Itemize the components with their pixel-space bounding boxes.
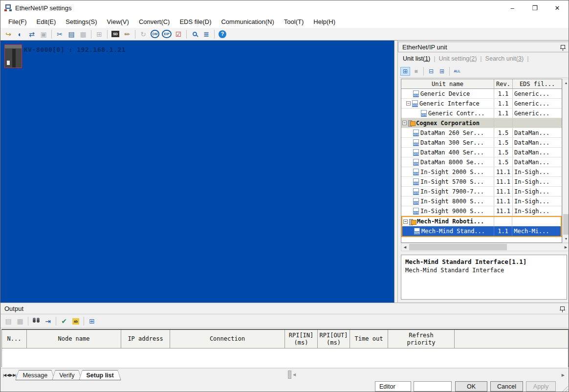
unit-row[interactable]: EDSMech-Mind Stand...1.1Mech-Mi... [401,226,562,237]
editor-button[interactable]: Editor [375,381,411,392]
tab-unit-list[interactable]: Unit list(1) [400,54,433,63]
import-unit-icon[interactable]: ↪ [3,29,14,39]
output-column-rpi-in-[interactable]: RPI[IN] (ms) [285,330,318,348]
find-icon[interactable] [31,316,42,326]
eds-device-icon: EDS [413,198,419,205]
collapse-icon[interactable]: − [402,121,407,125]
jump-to-icon[interactable]: ⇥ [43,316,53,326]
output-column-blank[interactable] [455,330,568,348]
output-column-connection[interactable]: Connection [170,330,285,348]
main-area: KV-8000[0] : 192.168.1.21 EtherNet/IP un… [0,41,569,303]
unit-row[interactable]: −Cognex Corporation [401,118,562,128]
unit-table-horizontal-scrollbar[interactable]: ◀ ▶ [401,243,569,251]
unit-row[interactable]: −Mech-Mind Roboti... [401,216,562,226]
expand-all-icon[interactable]: ALL [452,67,462,76]
ok-button[interactable]: OK [455,381,487,392]
search-unit-icon[interactable] [189,29,200,39]
menu-eds-file[interactable]: EDS file(D) [175,16,216,27]
unit-row[interactable]: EDSDataMan 300 Ser...1.5DataMan... [401,138,562,148]
table-view-icon[interactable]: ⊞ [87,316,97,326]
unit-eds-file: Mech-Mi... [512,226,561,236]
scroll-right-icon[interactable]: ▶ [562,243,569,251]
unit-row[interactable]: EDSGeneric Contr...1.1Generic... [401,109,562,118]
sort-by-registration-icon[interactable]: ⊞ [400,67,410,76]
output-grid-body[interactable] [2,348,568,367]
pin-icon[interactable] [560,306,565,310]
minimize-button[interactable]: – [501,0,524,15]
sd-card-settings-icon[interactable]: SD [110,29,121,39]
output-column-time-out[interactable]: Time out [350,330,388,348]
unit-row[interactable]: EDSDataMan 260 Ser...1.5DataMan... [401,128,562,138]
collapse-tree-icon[interactable]: ⊟ [426,67,436,76]
kv-8000-device-image[interactable] [4,44,22,68]
cancel-button[interactable]: Cancel [490,381,523,392]
menu-convert[interactable]: Convert(C) [134,16,175,27]
unit-table-vertical-scrollbar[interactable]: ▲ ▼ [562,79,569,243]
tab-setup-list[interactable]: Setup list [79,370,121,380]
collapse-icon[interactable]: − [403,219,408,224]
unit-name: DataMan 8000 Se... [420,159,484,166]
menu-file[interactable]: File(F) [3,16,32,27]
horizontal-scroll-thumb[interactable] [288,370,291,379]
menu-communication[interactable]: Communication(N) [216,16,279,27]
unit-row[interactable]: EDSDataMan 8000 Se...1.5DataMan... [401,157,562,167]
scroll-left-icon[interactable]: ◀ [401,243,409,251]
close-button[interactable]: ✕ [546,0,569,15]
tab-search-unit[interactable]: Search unit(3) [482,54,527,63]
dm-rly-monitor-icon[interactable]: DM [150,29,160,39]
help-icon[interactable]: ? [217,29,228,39]
output-column-n-[interactable]: N... [2,330,27,348]
scroll-up-icon[interactable]: ▲ [563,79,569,87]
tab-nav-arrows[interactable]: |◀ ◀ ▶ ▶| [0,373,18,380]
output-column-node-name[interactable]: Node name [27,330,121,348]
unit-row[interactable]: EDSIn-Sight 5700 S...11.1In-Sigh... [401,177,562,187]
scroll-right-icon[interactable]: ▶ [562,373,565,377]
register-check-icon[interactable]: ✔ [59,316,69,326]
horizontal-scroll-thumb[interactable] [409,244,507,250]
blank-field[interactable] [414,381,452,392]
output-horizontal-scrollbar[interactable]: ◀ [288,370,296,379]
column-unit-name[interactable]: Unit name [401,79,494,88]
unit-row[interactable]: −EDSGeneric Interface1.1Generic... [401,99,562,109]
unit-row[interactable]: EDSDataMan 400 Ser...1.5DataMan... [401,148,562,157]
unit-row[interactable]: EDSIn-Sight 2000 S...11.1In-Sigh... [401,167,562,177]
unit-monitor-icon[interactable]: ◐ [15,29,25,39]
unit-row[interactable]: EDSIn-Sight 8000 S...11.1In-Sigh... [401,196,562,206]
column-eds-file[interactable]: EDS fil... [513,79,562,88]
verify-icon[interactable]: ☑ [173,29,184,39]
vertical-scroll-thumb[interactable] [563,214,569,235]
output-column-rpi-out-[interactable]: RPI[OUT] (ms) [318,330,350,348]
refresh-icon: ↻ [138,29,149,39]
tab-message[interactable]: Message [15,370,55,380]
copy-icon[interactable]: ▤ [66,29,77,39]
menu-edit[interactable]: Edit(E) [32,16,61,27]
expand-tree-icon[interactable]: ⊞ [437,67,447,76]
unit-row[interactable]: EDSIn-Sight 9000 S...11.1In-Sigh... [401,206,562,216]
resize-grip[interactable] [561,385,568,392]
pin-icon[interactable] [561,45,565,49]
unit-row[interactable]: EDSGeneric Device1.1Generic... [401,89,562,99]
transfer-unit-icon[interactable]: ⇄ [26,29,37,39]
unit-row[interactable]: EDSIn-Sight 7900-7...11.1In-Sigh... [401,187,562,196]
clear-settings-icon[interactable]: ✏ [122,29,132,39]
unit-config-list-icon[interactable]: ≣ [201,29,212,39]
maximize-button[interactable]: ❐ [524,0,546,15]
eip-settings-icon[interactable]: EIP [161,29,172,39]
cut-icon[interactable]: ✂ [54,29,65,39]
unit-rev: 1.5 [494,128,513,137]
menu-help[interactable]: Help(H) [308,16,340,27]
column-rev[interactable]: Rev. [494,79,513,88]
scroll-left-icon[interactable]: ◀ [293,372,296,377]
menu-view[interactable]: View(V) [102,16,134,27]
batch-check-icon[interactable]: ab [70,316,81,326]
tab-unit-setting[interactable]: Unit setting(2) [436,54,480,63]
collapse-icon[interactable]: − [406,101,411,106]
menu-settings[interactable]: Settings(S) [61,16,102,27]
output-column-ip-address[interactable]: IP address [121,330,170,348]
output-column-refresh[interactable]: Refresh priority [388,330,455,348]
unit-editor-canvas[interactable]: KV-8000[0] : 192.168.1.21 [0,41,394,303]
scroll-down-icon[interactable]: ▼ [563,235,569,242]
menu-tool[interactable]: Tool(T) [279,16,308,27]
tab-verify[interactable]: Verify [52,370,82,380]
unit-table-header: Unit name Rev. EDS fil... [401,79,562,89]
